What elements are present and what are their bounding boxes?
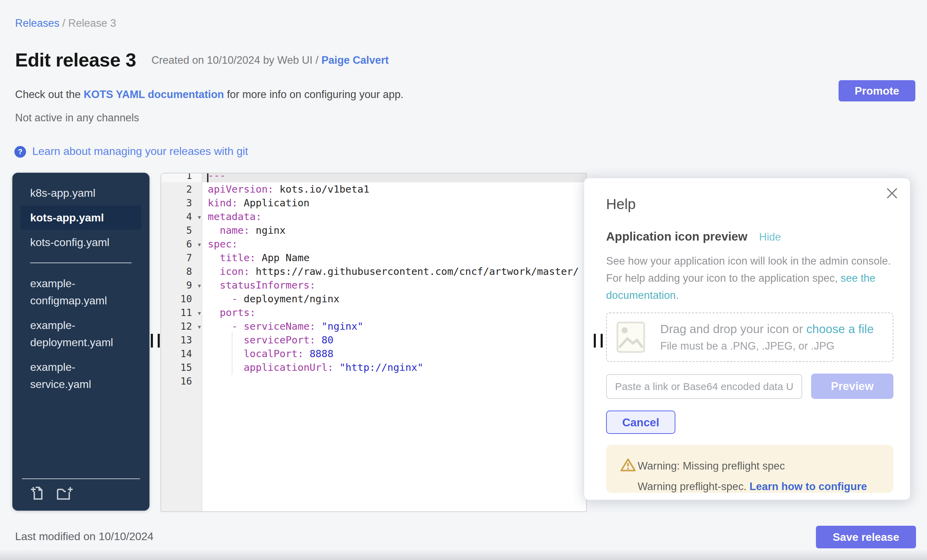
promote-button[interactable]: Promote bbox=[839, 80, 915, 102]
gutter-line-15: 15 bbox=[161, 361, 202, 374]
code-line-9[interactable]: statusInformers: bbox=[202, 278, 586, 292]
code-token bbox=[208, 334, 244, 346]
file-item-example-configmap.yaml[interactable]: example-configmap.yaml bbox=[21, 272, 141, 313]
git-help-row[interactable]: ? Learn about managing your releases wit… bbox=[14, 145, 248, 158]
yaml-editor[interactable]: 1234▾56▾789▾1011▾12▾13141516 ---apiVersi… bbox=[160, 173, 587, 512]
code-line-13[interactable]: servicePort: 80 bbox=[202, 333, 586, 347]
icon-preview-title: Application icon preview bbox=[606, 230, 748, 244]
gutter-line-1: 1 bbox=[161, 173, 202, 182]
new-folder-icon[interactable] bbox=[56, 486, 74, 501]
indent-guide bbox=[232, 333, 233, 374]
code-line-4[interactable]: metadata: bbox=[202, 210, 586, 223]
code-token: localPort: bbox=[244, 348, 304, 359]
code-line-14[interactable]: localPort: 8888 bbox=[202, 347, 586, 361]
sidebar-footer bbox=[22, 478, 140, 504]
code-token bbox=[208, 280, 220, 291]
fold-caret-icon[interactable]: ▾ bbox=[198, 211, 201, 224]
save-release-button[interactable]: Save release bbox=[816, 526, 916, 548]
git-releases-link[interactable]: Learn about managing your releases with … bbox=[32, 145, 248, 158]
gutter-line-3: 3 bbox=[161, 196, 202, 210]
warning-detail-text: Warning preflight-spec. bbox=[638, 481, 749, 492]
panel-resize-handle[interactable] bbox=[594, 334, 603, 348]
created-info: Created on 10/10/2024 by Web UI / Paige … bbox=[152, 54, 389, 67]
last-modified-text: Last modified on 10/10/2024 bbox=[15, 531, 153, 543]
code-line-7[interactable]: title: App Name bbox=[202, 251, 586, 264]
hide-link[interactable]: Hide bbox=[759, 231, 781, 243]
code-token: nginx bbox=[249, 225, 286, 236]
code-token: Application bbox=[237, 197, 310, 208]
file-item-example-service.yaml[interactable]: example-service.yaml bbox=[21, 355, 141, 396]
code-token: 8888 bbox=[310, 348, 334, 359]
fold-caret-icon[interactable]: ▾ bbox=[198, 320, 201, 334]
code-token: ports: bbox=[220, 307, 256, 318]
kots-yaml-doc-link[interactable]: KOTS YAML documentation bbox=[84, 88, 224, 100]
code-line-3[interactable]: kind: Application bbox=[202, 196, 586, 210]
file-list: k8s-app.yamlkots-app.yamlkots-config.yam… bbox=[12, 173, 149, 396]
preview-button[interactable]: Preview bbox=[811, 373, 894, 399]
code-token: metadata: bbox=[208, 211, 261, 222]
image-placeholder-icon bbox=[616, 322, 645, 353]
code-line-12[interactable]: - serviceName: "nginx" bbox=[202, 319, 586, 333]
code-line-15[interactable]: applicationUrl: "http://nginx" bbox=[202, 361, 586, 374]
close-icon[interactable] bbox=[885, 187, 899, 200]
warning-detail: Warning preflight-spec. Learn how to con… bbox=[638, 481, 886, 493]
created-author-link[interactable]: Paige Calvert bbox=[321, 54, 388, 66]
code-token: kots.io/v1beta1 bbox=[274, 184, 369, 195]
fold-caret-icon[interactable]: ▾ bbox=[198, 279, 201, 293]
gutter-line-5: 5 bbox=[161, 223, 202, 237]
icon-dropzone[interactable]: Drag and drop your icon or choose a file… bbox=[606, 313, 894, 362]
gutter-lines: 1234▾56▾789▾1011▾12▾13141516 bbox=[161, 173, 202, 388]
code-token: serviceName: bbox=[244, 321, 316, 332]
cancel-button[interactable]: Cancel bbox=[606, 411, 675, 434]
code-line-5[interactable]: name: nginx bbox=[202, 223, 586, 237]
breadcrumb-releases-link[interactable]: Releases bbox=[15, 17, 59, 29]
code-token bbox=[208, 321, 232, 332]
dropzone-line1: Drag and drop your icon or choose a file bbox=[660, 322, 874, 337]
fold-caret-icon[interactable]: ▾ bbox=[198, 238, 201, 252]
doc-hint-suffix: for more info on configuring your app. bbox=[224, 88, 404, 100]
file-item-kots-app.yaml[interactable]: kots-app.yaml bbox=[21, 206, 141, 230]
code-token: kind: bbox=[208, 197, 237, 208]
learn-configure-link[interactable]: Learn how to configure bbox=[749, 481, 867, 492]
gutter-line-6: 6▾ bbox=[161, 237, 202, 251]
fold-caret-icon[interactable]: ▾ bbox=[198, 307, 201, 320]
dropzone-file-types: File must be a .PNG, .JPEG, or .JPG bbox=[660, 340, 874, 352]
code-line-10[interactable]: - deployment/nginx bbox=[202, 292, 586, 306]
code-token bbox=[315, 321, 321, 332]
code-line-2[interactable]: apiVersion: kots.io/v1beta1 bbox=[202, 182, 586, 196]
code-line-6[interactable]: spec: bbox=[202, 237, 586, 251]
editor-code-area[interactable]: ---apiVersion: kots.io/v1beta1kind: Appl… bbox=[202, 173, 586, 511]
doc-hint-prefix: Check out the bbox=[15, 88, 84, 100]
sidebar-resize-handle[interactable] bbox=[151, 334, 160, 348]
code-token bbox=[208, 266, 220, 277]
file-item-kots-config.yaml[interactable]: kots-config.yaml bbox=[21, 230, 141, 254]
gutter-line-16: 16 bbox=[161, 374, 202, 388]
gutter-line-12: 12▾ bbox=[161, 319, 202, 333]
warning-title: Warning: Missing preflight spec bbox=[638, 460, 886, 472]
question-icon: ? bbox=[14, 146, 26, 157]
edit-release-page: Releases / Release 3 Edit release 3 Crea… bbox=[0, 0, 927, 560]
code-token: --- bbox=[208, 173, 226, 181]
code-token: applicationUrl: bbox=[244, 362, 334, 373]
breadcrumb: Releases / Release 3 bbox=[15, 17, 116, 29]
editor-gutter: 1234▾56▾789▾1011▾12▾13141516 bbox=[161, 173, 202, 511]
icon-url-input[interactable] bbox=[606, 374, 802, 399]
gutter-line-10: 10 bbox=[161, 292, 202, 306]
bottom-fade bbox=[0, 549, 927, 560]
file-item-k8s-app.yaml[interactable]: k8s-app.yaml bbox=[21, 181, 141, 205]
code-token: App Name bbox=[256, 252, 310, 263]
new-file-icon[interactable] bbox=[30, 486, 45, 501]
file-item-example-deployment.yaml[interactable]: example-deployment.yaml bbox=[21, 313, 141, 354]
code-line-8[interactable]: icon: https://raw.githubusercontent.com/… bbox=[202, 264, 586, 278]
gutter-line-8: 8 bbox=[161, 264, 202, 278]
choose-file-link[interactable]: choose a file bbox=[806, 322, 874, 336]
breadcrumb-current: Release 3 bbox=[68, 17, 116, 29]
code-token bbox=[208, 225, 220, 236]
code-line-16[interactable] bbox=[202, 374, 586, 388]
code-token bbox=[315, 334, 321, 346]
gutter-line-11: 11▾ bbox=[161, 306, 202, 319]
code-token: 80 bbox=[322, 334, 334, 346]
code-token bbox=[334, 362, 339, 373]
code-line-1[interactable]: --- bbox=[202, 173, 586, 182]
code-line-11[interactable]: ports: bbox=[202, 306, 586, 319]
